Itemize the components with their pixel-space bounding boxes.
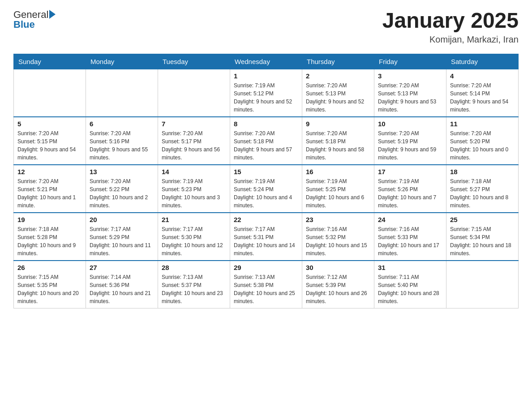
- calendar-cell: 4Sunrise: 7:20 AMSunset: 5:14 PMDaylight…: [446, 69, 519, 117]
- calendar-cell: 17Sunrise: 7:19 AMSunset: 5:26 PMDayligh…: [374, 165, 446, 213]
- day-info: Sunrise: 7:14 AMSunset: 5:36 PMDaylight:…: [90, 273, 154, 305]
- day-info: Sunrise: 7:12 AMSunset: 5:39 PMDaylight:…: [306, 273, 370, 305]
- day-info: Sunrise: 7:18 AMSunset: 5:27 PMDaylight:…: [450, 177, 515, 210]
- day-number: 17: [378, 168, 442, 176]
- calendar-cell: 13Sunrise: 7:20 AMSunset: 5:22 PMDayligh…: [86, 165, 158, 213]
- calendar-cell: 2Sunrise: 7:20 AMSunset: 5:13 PMDaylight…: [302, 69, 374, 117]
- day-number: 10: [378, 120, 442, 128]
- calendar-week-row: 19Sunrise: 7:18 AMSunset: 5:28 PMDayligh…: [14, 213, 519, 261]
- day-info: Sunrise: 7:19 AMSunset: 5:24 PMDaylight:…: [234, 177, 298, 210]
- day-number: 19: [17, 216, 82, 223]
- calendar-cell: 30Sunrise: 7:12 AMSunset: 5:39 PMDayligh…: [302, 261, 374, 308]
- day-info: Sunrise: 7:20 AMSunset: 5:15 PMDaylight:…: [17, 129, 82, 162]
- calendar-week-row: 26Sunrise: 7:15 AMSunset: 5:35 PMDayligh…: [14, 261, 519, 308]
- day-info: Sunrise: 7:16 AMSunset: 5:32 PMDaylight:…: [306, 225, 370, 257]
- day-info: Sunrise: 7:17 AMSunset: 5:29 PMDaylight:…: [90, 225, 154, 257]
- day-info: Sunrise: 7:20 AMSunset: 5:19 PMDaylight:…: [378, 129, 442, 162]
- day-info: Sunrise: 7:20 AMSunset: 5:22 PMDaylight:…: [90, 177, 154, 210]
- day-info: Sunrise: 7:16 AMSunset: 5:33 PMDaylight:…: [378, 225, 442, 257]
- calendar-header-row: SundayMondayTuesdayWednesdayThursdayFrid…: [14, 54, 519, 69]
- calendar-week-row: 12Sunrise: 7:20 AMSunset: 5:21 PMDayligh…: [14, 165, 519, 213]
- day-number: 1: [234, 72, 298, 80]
- day-info: Sunrise: 7:20 AMSunset: 5:17 PMDaylight:…: [162, 129, 226, 162]
- calendar-cell: 23Sunrise: 7:16 AMSunset: 5:32 PMDayligh…: [302, 213, 374, 261]
- day-number: 20: [90, 216, 154, 223]
- day-number: 24: [378, 216, 442, 223]
- calendar-table: SundayMondayTuesdayWednesdayThursdayFrid…: [13, 54, 519, 308]
- column-header-saturday: Saturday: [446, 54, 519, 69]
- calendar-cell: 27Sunrise: 7:14 AMSunset: 5:36 PMDayligh…: [86, 261, 158, 308]
- day-number: 6: [90, 120, 154, 128]
- day-info: Sunrise: 7:20 AMSunset: 5:13 PMDaylight:…: [378, 81, 442, 114]
- day-info: Sunrise: 7:19 AMSunset: 5:23 PMDaylight:…: [162, 177, 226, 210]
- day-info: Sunrise: 7:17 AMSunset: 5:31 PMDaylight:…: [234, 225, 298, 257]
- title-section: January 2025 Komijan, Markazi, Iran: [382, 9, 519, 45]
- calendar-cell: 28Sunrise: 7:13 AMSunset: 5:37 PMDayligh…: [158, 261, 230, 308]
- day-info: Sunrise: 7:19 AMSunset: 5:12 PMDaylight:…: [234, 81, 298, 114]
- day-number: 13: [90, 168, 154, 176]
- day-number: 28: [162, 264, 226, 271]
- day-number: 4: [450, 72, 515, 80]
- calendar-cell: 1Sunrise: 7:19 AMSunset: 5:12 PMDaylight…: [230, 69, 302, 117]
- day-number: 5: [17, 120, 82, 128]
- calendar-cell: 15Sunrise: 7:19 AMSunset: 5:24 PMDayligh…: [230, 165, 302, 213]
- day-number: 8: [234, 120, 298, 128]
- day-number: 7: [162, 120, 226, 128]
- day-info: Sunrise: 7:11 AMSunset: 5:40 PMDaylight:…: [378, 273, 442, 305]
- day-number: 27: [90, 264, 154, 271]
- day-info: Sunrise: 7:17 AMSunset: 5:30 PMDaylight:…: [162, 225, 226, 257]
- calendar-cell: 5Sunrise: 7:20 AMSunset: 5:15 PMDaylight…: [14, 117, 86, 165]
- calendar-cell: 10Sunrise: 7:20 AMSunset: 5:19 PMDayligh…: [374, 117, 446, 165]
- calendar-cell: 25Sunrise: 7:15 AMSunset: 5:34 PMDayligh…: [446, 213, 519, 261]
- column-header-wednesday: Wednesday: [230, 54, 302, 69]
- day-number: 18: [450, 168, 515, 176]
- day-info: Sunrise: 7:20 AMSunset: 5:14 PMDaylight:…: [450, 81, 515, 114]
- calendar-cell: 7Sunrise: 7:20 AMSunset: 5:17 PMDaylight…: [158, 117, 230, 165]
- calendar-cell: 29Sunrise: 7:13 AMSunset: 5:38 PMDayligh…: [230, 261, 302, 308]
- calendar-cell: [14, 69, 86, 117]
- logo-triangle-icon: [49, 10, 56, 19]
- day-number: 9: [306, 120, 370, 128]
- calendar-cell: 12Sunrise: 7:20 AMSunset: 5:21 PMDayligh…: [14, 165, 86, 213]
- calendar-cell: 20Sunrise: 7:17 AMSunset: 5:29 PMDayligh…: [86, 213, 158, 261]
- day-number: 22: [234, 216, 298, 223]
- column-header-friday: Friday: [374, 54, 446, 69]
- day-info: Sunrise: 7:19 AMSunset: 5:26 PMDaylight:…: [378, 177, 442, 210]
- calendar-cell: 11Sunrise: 7:20 AMSunset: 5:20 PMDayligh…: [446, 117, 519, 165]
- calendar-cell: 6Sunrise: 7:20 AMSunset: 5:16 PMDaylight…: [86, 117, 158, 165]
- day-info: Sunrise: 7:13 AMSunset: 5:37 PMDaylight:…: [162, 273, 226, 305]
- day-info: Sunrise: 7:18 AMSunset: 5:28 PMDaylight:…: [17, 225, 82, 257]
- day-number: 25: [450, 216, 515, 223]
- day-number: 30: [306, 264, 370, 271]
- day-number: 26: [17, 264, 82, 271]
- calendar-cell: 3Sunrise: 7:20 AMSunset: 5:13 PMDaylight…: [374, 69, 446, 117]
- day-info: Sunrise: 7:19 AMSunset: 5:25 PMDaylight:…: [306, 177, 370, 210]
- day-number: 31: [378, 264, 442, 271]
- day-number: 2: [306, 72, 370, 80]
- day-number: 29: [234, 264, 298, 271]
- calendar-cell: [86, 69, 158, 117]
- day-number: 21: [162, 216, 226, 223]
- calendar-cell: 9Sunrise: 7:20 AMSunset: 5:18 PMDaylight…: [302, 117, 374, 165]
- calendar-cell: 18Sunrise: 7:18 AMSunset: 5:27 PMDayligh…: [446, 165, 519, 213]
- day-info: Sunrise: 7:20 AMSunset: 5:18 PMDaylight:…: [234, 129, 298, 162]
- day-info: Sunrise: 7:15 AMSunset: 5:34 PMDaylight:…: [450, 225, 515, 257]
- column-header-thursday: Thursday: [302, 54, 374, 69]
- column-header-tuesday: Tuesday: [158, 54, 230, 69]
- day-number: 15: [234, 168, 298, 176]
- day-info: Sunrise: 7:15 AMSunset: 5:35 PMDaylight:…: [17, 273, 82, 305]
- page-header: General Blue January 2025 Komijan, Marka…: [13, 9, 519, 45]
- logo: General Blue: [13, 9, 56, 30]
- calendar-week-row: 1Sunrise: 7:19 AMSunset: 5:12 PMDaylight…: [14, 69, 519, 117]
- calendar-week-row: 5Sunrise: 7:20 AMSunset: 5:15 PMDaylight…: [14, 117, 519, 165]
- day-info: Sunrise: 7:20 AMSunset: 5:16 PMDaylight:…: [90, 129, 154, 162]
- calendar-cell: [158, 69, 230, 117]
- calendar-cell: 16Sunrise: 7:19 AMSunset: 5:25 PMDayligh…: [302, 165, 374, 213]
- logo-blue: Blue: [13, 19, 35, 30]
- calendar-cell: 19Sunrise: 7:18 AMSunset: 5:28 PMDayligh…: [14, 213, 86, 261]
- location: Komijan, Markazi, Iran: [382, 34, 519, 45]
- calendar-cell: 26Sunrise: 7:15 AMSunset: 5:35 PMDayligh…: [14, 261, 86, 308]
- day-number: 14: [162, 168, 226, 176]
- day-info: Sunrise: 7:13 AMSunset: 5:38 PMDaylight:…: [234, 273, 298, 305]
- calendar-cell: 8Sunrise: 7:20 AMSunset: 5:18 PMDaylight…: [230, 117, 302, 165]
